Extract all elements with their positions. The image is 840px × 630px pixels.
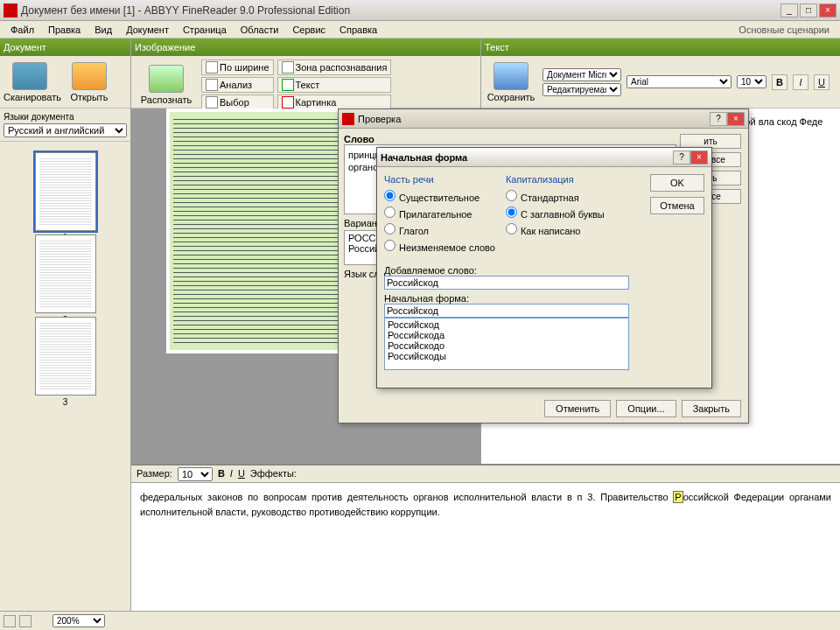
target-format-select[interactable]: Документ Micrс <box>542 68 621 81</box>
preview-bold-button[interactable]: B <box>218 466 225 481</box>
recognize-button[interactable]: Распознать <box>135 65 198 105</box>
cap-capitalized[interactable]: С заглавной буквы <box>506 205 605 221</box>
picture-zone-icon <box>282 96 294 108</box>
page-thumb-3[interactable] <box>35 317 96 396</box>
menu-file[interactable]: Файл <box>4 23 41 37</box>
underline-button[interactable]: U <box>814 74 830 90</box>
scanned-page <box>166 108 359 354</box>
menu-edit[interactable]: Правка <box>41 23 88 37</box>
fit-width-button[interactable]: По ширине <box>201 60 274 75</box>
check-options-button[interactable]: Опции... <box>616 400 676 417</box>
base-form-label: Начальная форма: <box>384 293 704 304</box>
status-bar: 200% <box>0 611 840 630</box>
check-dialog-title: Проверка <box>358 114 710 124</box>
open-button[interactable]: Открыть <box>63 62 116 102</box>
window-title: Документ без имени [1] - ABBYY FineReade… <box>21 4 780 17</box>
text-zone-icon <box>282 79 294 91</box>
app-icon <box>4 4 18 18</box>
menu-service[interactable]: Сервис <box>285 23 332 37</box>
page-thumb-1[interactable] <box>35 152 96 231</box>
effects-label: Эффекты: <box>250 466 297 481</box>
undo-button[interactable]: Отменить <box>544 400 611 417</box>
zone-icon <box>282 61 294 74</box>
menu-areas[interactable]: Области <box>234 23 286 37</box>
menu-view[interactable]: Вид <box>88 23 119 37</box>
form-close-button[interactable]: × <box>690 150 708 164</box>
document-pane-header: Документ <box>0 38 130 56</box>
status-icon-2[interactable] <box>19 615 32 627</box>
pos-noun[interactable]: Существительное <box>384 188 495 205</box>
bold-button[interactable]: B <box>772 74 788 90</box>
dialog-icon <box>342 113 354 125</box>
font-size-select[interactable]: 10 <box>737 75 766 88</box>
preview-italic-button[interactable]: I <box>230 466 233 481</box>
font-select[interactable]: Arial <box>626 75 732 88</box>
part-of-speech-group: Часть речи Существительное Прилагательно… <box>384 174 495 255</box>
minimize-button[interactable]: _ <box>780 4 798 18</box>
menu-bar: Файл Правка Вид Документ Страница Област… <box>0 21 840 38</box>
added-word-input[interactable] <box>384 276 629 290</box>
base-form-dialog: Начальная форма ? × Часть речи Существит… <box>376 147 712 388</box>
text-pane-header: Текст <box>481 38 840 56</box>
pos-verb[interactable]: Глагол <box>384 221 495 238</box>
check-help-button[interactable]: ? <box>710 112 727 126</box>
page-thumb-2[interactable] <box>35 234 96 313</box>
suggestions-list[interactable]: Российскод Российскода Российскодо Росси… <box>384 318 629 370</box>
status-icon-1[interactable] <box>4 615 16 627</box>
recognize-icon <box>149 65 184 93</box>
folder-icon <box>72 62 107 90</box>
text-zone-button[interactable]: Текст <box>277 77 392 93</box>
form-help-button[interactable]: ? <box>673 150 690 164</box>
italic-button[interactable]: I <box>793 74 808 90</box>
preview-size-select[interactable]: 10 <box>178 467 213 481</box>
cap-asis[interactable]: Как написано <box>506 221 605 238</box>
menu-help[interactable]: Справка <box>332 23 384 37</box>
recognition-zone-button[interactable]: Зона распознавания <box>277 60 392 75</box>
layout-select[interactable]: Редактируемая <box>542 83 621 96</box>
select-icon <box>206 96 218 108</box>
scanner-icon <box>12 62 47 90</box>
check-close-button[interactable]: × <box>727 112 745 126</box>
form-dialog-title: Начальная форма <box>381 152 673 163</box>
bottom-zoom-select[interactable]: 200% <box>52 614 105 627</box>
size-label: Размер: <box>136 466 172 481</box>
capitalization-group: Капитализация Стандартная С заглавной бу… <box>506 174 605 255</box>
menu-document[interactable]: Документ <box>119 23 176 37</box>
form-ok-button[interactable]: OK <box>650 174 704 192</box>
preview-underline-button[interactable]: U <box>238 466 245 481</box>
scan-button[interactable]: Сканировать <box>4 62 56 102</box>
analyze-icon <box>206 79 218 91</box>
context-preview-pane: Размер: 10 B I U Эффекты: федеральных за… <box>131 464 840 611</box>
fit-icon <box>206 61 218 74</box>
pos-adj[interactable]: Прилагательное <box>384 205 495 221</box>
analyze-button[interactable]: Анализ <box>201 77 274 93</box>
save-word-icon <box>494 62 528 90</box>
language-select[interactable]: Русский и английский <box>4 123 127 137</box>
maximize-button[interactable]: □ <box>800 4 817 18</box>
pos-invariable[interactable]: Неизменяемое слово <box>384 238 495 255</box>
cap-standard[interactable]: Стандартная <box>506 188 605 205</box>
base-form-input[interactable] <box>384 304 629 318</box>
close-button[interactable]: × <box>819 4 836 18</box>
save-button[interactable]: Сохранить <box>485 62 537 102</box>
check-close-btn[interactable]: Закрыть <box>682 400 741 417</box>
added-word-label: Добавляемое слово: <box>384 265 704 276</box>
menu-page[interactable]: Страница <box>176 23 234 37</box>
highlighted-char: Р <box>673 491 682 503</box>
image-pane-header: Изображение <box>131 38 480 56</box>
form-cancel-button[interactable]: Отмена <box>650 197 704 214</box>
menu-scenarios[interactable]: Основные сценарии <box>732 23 836 37</box>
lang-label: Языки документа <box>4 112 127 122</box>
